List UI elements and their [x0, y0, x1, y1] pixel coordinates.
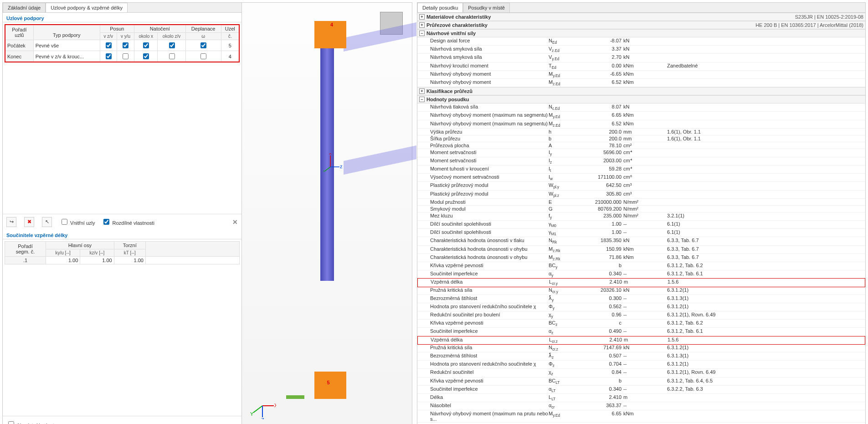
absolutni-check[interactable]: Absolutní hodnoty [6, 423, 57, 424]
tab-posudky[interactable]: Posudky v místě [463, 3, 510, 12]
vnitrni-uzly-check[interactable]: Vnitřní uzly [60, 217, 95, 226]
result-row: Součinitel imperfekce αy 0.340 -- 6.3.1.… [417, 270, 865, 279]
result-row: Charakteristická hodnota únosnosti v ohy… [417, 246, 865, 254]
node-label-5: 5 [327, 380, 330, 385]
table-row[interactable]: Počátek Pevné vše 5 [5, 40, 239, 51]
support-checkbox[interactable] [123, 42, 128, 48]
result-row: Vzpěrná délka Lcr.z 2.410 m 1.5.6 [417, 336, 865, 345]
right-panel: Detaily posudku Posudky v místě + Materi… [417, 2, 866, 424]
result-row: Pružná kritická síla Ncr.y 20326.10 kN 6… [417, 287, 865, 295]
section-klasifikace[interactable]: + Klasifikace průřezů [417, 87, 865, 95]
result-row: Křivka vzpěrné pevnosti BCy b 6.3.1.2, T… [417, 262, 865, 270]
result-row: Průřezová plocha A 78.10 cm² [417, 142, 865, 149]
section-hodnoty[interactable]: − Hodnoty posudku [417, 95, 865, 103]
right-tabs: Detaily posudku Posudky v místě [417, 3, 865, 13]
svg-text:z: z [340, 164, 343, 169]
result-row: Plastický průřezový modul Wpl.y 642.50 c… [417, 182, 865, 190]
support-checkbox[interactable] [200, 53, 206, 59]
delete-icon[interactable]: ✖ [24, 217, 34, 227]
result-row: Návrhová tlaková síla Nc.Ed 8.07 kN [417, 103, 865, 112]
supports-table: Pořadíuzlů Typ podpory Posun Natočení De… [5, 24, 240, 62]
supports-table-wrap: Pořadíuzlů Typ podpory Posun Natočení De… [3, 22, 241, 64]
result-row: Součinitel imperfekce αLT 0.340 -- 6.3.2… [417, 386, 865, 394]
result-row: Bezrozměrná štíhlost λ̄y 0.300 -- 6.3.1.… [417, 295, 865, 303]
result-row: Křivka vzpěrné pevnosti BCLT b 6.3.1.2, … [417, 377, 865, 386]
svg-text:Z: Z [261, 417, 264, 419]
tab-detaily[interactable]: Detaily posudku [417, 3, 463, 12]
result-row: Násobitel αcr 363.37 -- [417, 402, 865, 410]
result-row: Návrhový ohybový moment (maximum na segm… [417, 112, 865, 120]
tab-zakladni[interactable]: Základní údaje [3, 3, 46, 12]
result-row: Křivka vzpěrné pevnosti BCz c 6.3.1.2, T… [417, 320, 865, 328]
result-row: Dílčí součinitel spolehlivosti γM0 1.00 … [417, 221, 865, 229]
group-soucinitele: Součinitele vzpěrné délky [3, 230, 241, 239]
result-row: Moment tuhosti v kroucení It 59.28 cm⁴ [417, 165, 865, 174]
result-row: Návrhový krouticí moment TEd 0.00 kNm Za… [417, 62, 865, 71]
result-row: Mez kluzu fy 235.000 N/mm² 3.2.1(1) [417, 212, 865, 221]
table-row[interactable]: .11.001.001.00 [5, 256, 240, 264]
result-row: Plastický průřezový modul Wpl.z 305.80 c… [417, 191, 865, 199]
collapse-icon[interactable]: − [419, 97, 425, 102]
result-row: Modul pružnosti E 210000.000 N/mm² [417, 199, 865, 206]
result-row: Design axial force NEd -8.07 kN [417, 37, 865, 46]
result-row: Charakteristická hodnota únosnosti v tla… [417, 237, 865, 245]
result-row: Pružná kritická síla Ncr.z 7147.69 kN 6.… [417, 344, 865, 352]
close-icon[interactable]: ✕ [232, 218, 238, 226]
support-checkbox[interactable] [169, 42, 175, 48]
expand-icon[interactable]: + [419, 88, 425, 94]
supports-toolbar: ↪ ✖ ↖ Vnitřní uzly Rozdílné vlastnosti ✕ [3, 214, 241, 230]
support-checkbox[interactable] [106, 53, 112, 59]
svg-text:X: X [274, 403, 276, 408]
support-checkbox[interactable] [143, 42, 149, 48]
results-scroll[interactable]: + Materiálové charakteristiky S235JR | E… [417, 13, 865, 424]
support-checkbox[interactable] [143, 53, 149, 59]
result-row: Hodnota pro stanovení redukčního součini… [417, 303, 865, 311]
expand-icon[interactable]: + [419, 14, 425, 20]
support-checkbox[interactable] [123, 53, 128, 59]
node-label-4: 4 [330, 22, 333, 27]
expand-icon[interactable]: + [419, 22, 425, 28]
result-row: Moment setrvačnosti Iz 2003.00 cm⁴ [417, 157, 865, 165]
section-nvs[interactable]: − Návrhové vnitřní síly [417, 29, 865, 37]
result-row: Návrhový ohybový moment My.Ed -6.65 kNm [417, 71, 865, 79]
viewport-3d[interactable]: X Y Z x y z 4 5 ▦ ⬚ 1.2.3 ◧ ✦ ↕z ↕z ↕z ↕… [242, 3, 412, 424]
result-row: Vzpěrná délka Lcr.y 2.410 m 1.5.6 [417, 278, 865, 287]
left-forms: Základní údaje Uzlové podpory & vzpěrné … [3, 3, 242, 424]
result-row: Smykový modul G 80769.200 N/mm² [417, 206, 865, 212]
support-checkbox[interactable] [169, 53, 175, 59]
result-row: Bezrozměrná štíhlost λ̄z 0.507 -- 6.3.1.… [417, 352, 865, 361]
segments-table: Pořadísegm. č. Hlavní osy Torzní ky/u [-… [5, 241, 240, 264]
svg-line-8 [324, 167, 330, 171]
local-axis-icon: x y z [324, 153, 351, 181]
arrow-icon[interactable]: ↪ [6, 217, 16, 227]
result-row: Návrhový ohybový moment (maximum na segm… [417, 120, 865, 129]
result-row: Návrhová smyková síla Vy.Ed 2.70 kN [417, 54, 865, 62]
table-row[interactable]: Konec Pevné v z/v & krouc... 4 [5, 51, 239, 62]
result-row: Šířka průřezu b 200.0 mm 1.6(1), Obr. 1.… [417, 135, 865, 142]
result-row: Redukční součinitel pro boulení χy 0.96 … [417, 311, 865, 320]
result-row: Dílčí součinitel spolehlivosti γM1 1.00 … [417, 229, 865, 237]
svg-text:x: x [329, 153, 332, 155]
support-checkbox[interactable] [200, 42, 206, 48]
section-material[interactable]: + Materiálové charakteristiky S235JR | E… [417, 13, 865, 21]
svg-line-2 [253, 406, 262, 413]
result-row: Návrhový ohybový moment Mz.Ed 6.52 kNm [417, 79, 865, 87]
group-uzlove-podpory: Uzlové podpory [3, 13, 241, 22]
result-row: Součinitel imperfekce αz 0.490 -- 6.3.1.… [417, 328, 865, 336]
cursor-icon[interactable]: ↖ [42, 217, 52, 227]
result-row: Návrhová smyková síla Vz.Ed 3.37 kN [417, 46, 865, 54]
section-prurez[interactable]: + Průřezové charakteristiky HE 200 B | E… [417, 21, 865, 29]
support-checkbox[interactable] [106, 42, 112, 48]
abs-check-row: Absolutní hodnoty [3, 416, 241, 424]
tab-uzlove[interactable]: Uzlové podpory & vzpěrné délky [46, 3, 128, 12]
result-row: Charakteristická hodnota únosnosti v ohy… [417, 254, 865, 262]
collapse-icon[interactable]: − [419, 31, 425, 36]
result-row: Výška průřezu h 200.0 mm 1.6(1), Obr. 1.… [417, 129, 865, 135]
result-row: Délka LLT 2.410 m [417, 394, 865, 402]
rozdilne-check[interactable]: Rozdílné vlastnosti [102, 217, 154, 226]
result-row: Hodnota pro stanovení redukčního součini… [417, 361, 865, 369]
result-row: Návrhový ohybový moment (maximum na prut… [417, 410, 865, 423]
result-row: Moment setrvačnosti Iy 5696.00 cm⁴ [417, 149, 865, 157]
svg-text:Y: Y [250, 411, 254, 417]
left-panel: Základní údaje Uzlové podpory & vzpěrné … [2, 2, 412, 424]
